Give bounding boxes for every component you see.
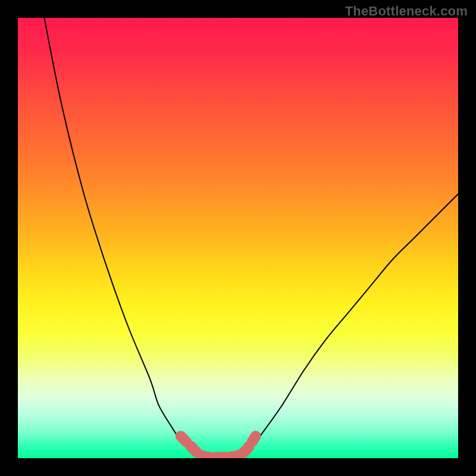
plot-area <box>18 18 458 458</box>
curve-layer <box>44 18 458 458</box>
chart-svg <box>18 18 458 458</box>
chart-stage: TheBottleneck.com <box>0 0 476 476</box>
right-branch-path <box>238 194 458 458</box>
left-branch-path <box>44 18 207 458</box>
valley-marker-path <box>181 436 256 458</box>
watermark-text: TheBottleneck.com <box>345 4 468 19</box>
